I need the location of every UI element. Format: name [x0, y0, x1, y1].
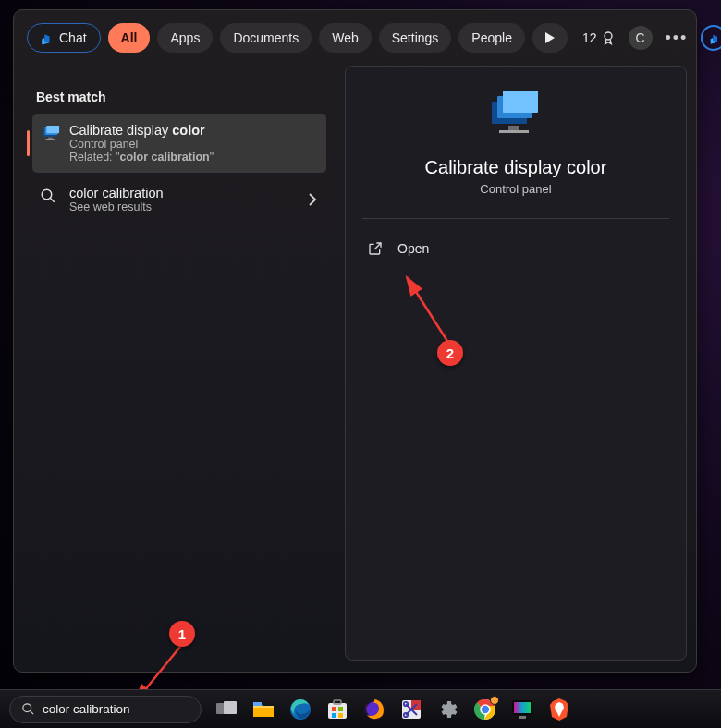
result-title: color calibration	[69, 186, 289, 200]
svg-point-35	[482, 705, 489, 712]
search-icon	[21, 702, 35, 716]
avatar-initial: C	[635, 30, 644, 45]
svg-rect-24	[332, 707, 336, 711]
filter-label: Documents	[233, 30, 299, 45]
svg-rect-4	[48, 138, 53, 139]
svg-rect-3	[46, 126, 59, 133]
filter-settings[interactable]: Settings	[379, 23, 452, 53]
detail-header: Calibrate display color Control panel	[346, 67, 686, 196]
bing-logo[interactable]	[701, 25, 721, 51]
app-generic-icon[interactable]	[510, 698, 534, 722]
snipping-tool-icon[interactable]	[399, 698, 423, 722]
annotation-badge-2: 2	[437, 340, 463, 366]
result-subtitle: Control panel	[69, 138, 289, 151]
monitor-large-icon	[486, 91, 545, 139]
rewards-icon	[601, 30, 616, 45]
svg-point-6	[42, 189, 52, 200]
user-avatar[interactable]: C	[629, 26, 653, 50]
svg-rect-12	[499, 130, 529, 133]
bing-chat-icon	[37, 30, 54, 46]
action-open-label: Open	[397, 241, 429, 256]
play-icon	[540, 28, 560, 48]
windows-search-panel: Chat All Apps Documents Web Settings Peo…	[13, 9, 697, 673]
svg-rect-10	[503, 91, 538, 113]
filter-label: Settings	[392, 30, 439, 45]
ms-store-icon[interactable]	[325, 698, 349, 722]
svg-line-16	[30, 710, 33, 714]
detail-title: Calibrate display color	[425, 157, 607, 178]
taskbar-search[interactable]	[9, 696, 202, 723]
result-related: Related: "color calibration"	[69, 151, 289, 164]
filter-all[interactable]: All	[108, 23, 151, 53]
chrome-icon[interactable]	[473, 698, 497, 722]
top-right-controls: 12 C •••	[582, 25, 721, 51]
svg-rect-27	[338, 713, 343, 718]
brave-icon[interactable]	[547, 698, 571, 722]
task-view-icon[interactable]	[214, 698, 238, 722]
svg-rect-25	[338, 707, 343, 711]
filter-strip: Chat All Apps Documents Web Settings Peo…	[14, 10, 696, 66]
desktop-root: Chat All Apps Documents Web Settings Peo…	[0, 0, 721, 728]
divider	[362, 218, 669, 219]
filter-documents[interactable]: Documents	[220, 23, 312, 53]
svg-rect-5	[45, 139, 55, 140]
filter-label: Chat	[59, 30, 87, 45]
svg-point-15	[23, 704, 31, 712]
filter-label: Apps	[170, 30, 200, 45]
firefox-icon[interactable]	[362, 698, 386, 722]
annotation-badge-1: 1	[169, 621, 195, 647]
score-value: 12	[582, 30, 597, 45]
svg-rect-39	[519, 716, 526, 719]
file-explorer-icon[interactable]	[251, 698, 275, 722]
open-icon	[368, 241, 383, 256]
filter-label: All	[121, 30, 138, 45]
svg-rect-20	[253, 702, 262, 706]
chevron-right-icon	[308, 193, 317, 206]
svg-point-0	[605, 32, 612, 40]
svg-rect-18	[224, 701, 237, 714]
result-title: Calibrate display color	[69, 123, 289, 138]
monitor-icon	[40, 125, 60, 145]
filter-chat[interactable]: Chat	[27, 23, 101, 53]
filter-people[interactable]: People	[458, 23, 525, 53]
svg-rect-11	[508, 126, 519, 130]
svg-rect-38	[514, 702, 531, 713]
result-best-match[interactable]: Calibrate display color Control panel Re…	[32, 114, 326, 173]
taskbar-search-input[interactable]	[43, 702, 199, 716]
filter-label: People	[471, 30, 512, 45]
search-icon	[40, 188, 60, 208]
rewards-score[interactable]: 12	[582, 30, 616, 45]
svg-rect-19	[253, 708, 274, 717]
filter-label: Web	[332, 30, 359, 45]
result-subtitle: See web results	[69, 200, 289, 213]
taskbar	[0, 689, 721, 728]
detail-subtitle: Control panel	[480, 182, 551, 196]
svg-rect-23	[334, 700, 341, 704]
settings-icon[interactable]	[436, 698, 460, 722]
filter-overflow[interactable]	[532, 23, 568, 53]
badge-icon	[490, 696, 499, 705]
more-menu[interactable]: •••	[666, 29, 689, 48]
results-column: Best match Calibrate display color	[14, 66, 339, 672]
search-main: Best match Calibrate display color	[14, 66, 696, 672]
result-web[interactable]: color calibration See web results	[32, 176, 326, 223]
filter-apps[interactable]: Apps	[157, 23, 213, 53]
svg-rect-26	[332, 713, 336, 718]
svg-line-7	[50, 198, 55, 202]
svg-rect-22	[328, 703, 347, 719]
edge-icon[interactable]	[288, 698, 312, 722]
detail-panel: Calibrate display color Control panel Op…	[345, 66, 687, 661]
best-match-label: Best match	[14, 75, 339, 114]
filter-web[interactable]: Web	[319, 23, 372, 53]
action-open[interactable]: Open	[357, 234, 675, 263]
